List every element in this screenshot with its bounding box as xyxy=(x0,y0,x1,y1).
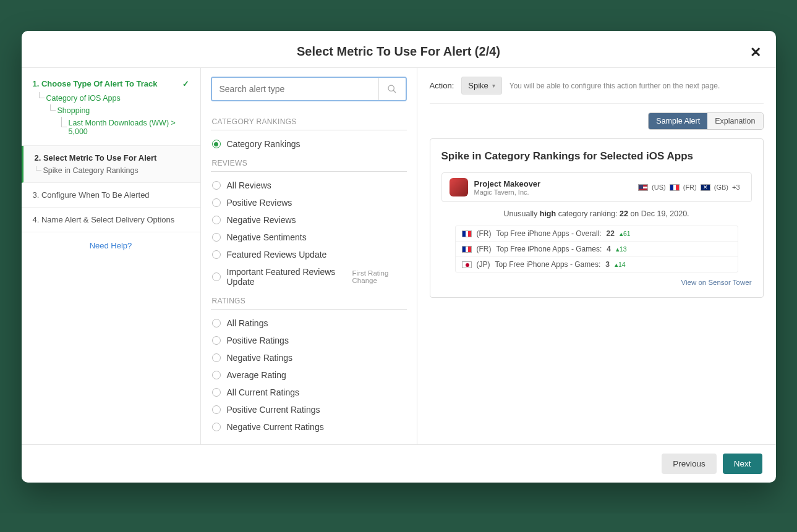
radio-icon xyxy=(212,140,221,148)
next-button[interactable]: Next xyxy=(723,454,762,474)
radio-icon xyxy=(212,250,221,259)
search-icon xyxy=(387,84,397,94)
metric-option[interactable]: All Ratings xyxy=(211,315,407,332)
country-code: (GB) xyxy=(714,184,728,191)
search-button[interactable] xyxy=(378,78,406,100)
step-2-subitem: Spike in Category Rankings xyxy=(35,166,189,175)
rank-list: (FR) Top Free iPhone Apps - Overall: 22 … xyxy=(455,226,738,272)
metric-label: Positive Ratings xyxy=(227,336,289,345)
radio-icon xyxy=(212,319,221,327)
step-1-title: 1. Choose Type Of Alert To Track xyxy=(33,79,158,88)
need-help-link[interactable]: Need Help? xyxy=(22,232,200,259)
metric-option[interactable]: Negative Ratings xyxy=(211,349,407,366)
previous-button[interactable]: Previous xyxy=(662,454,717,474)
preview-toggle: Sample Alert Explanation xyxy=(648,112,763,130)
radio-icon xyxy=(212,423,221,431)
close-icon[interactable]: ✕ xyxy=(750,44,761,61)
modal-title: Select Metric To Use For Alert (2/4) xyxy=(297,44,500,59)
sample-title: Spike in Category Rankings for Selected … xyxy=(441,150,752,163)
svg-line-1 xyxy=(393,90,396,93)
metric-label: Positive Current Ratings xyxy=(227,405,320,415)
unusual-summary: Unusually high category ranking: 22 on D… xyxy=(441,209,752,218)
step-1-tree: Category of iOS Apps Shopping Last Month… xyxy=(33,92,189,138)
metric-label: All Ratings xyxy=(227,318,268,328)
step-3[interactable]: 3. Configure When To Be Alerted xyxy=(22,183,200,208)
modal-header: Select Metric To Use For Alert (2/4) ✕ xyxy=(22,31,776,67)
flag-icon xyxy=(670,184,680,191)
radio-icon xyxy=(212,405,221,414)
preview-toggle-row: Sample Alert Explanation xyxy=(430,112,764,130)
flag-icon xyxy=(462,261,472,268)
tree-item[interactable]: Category of iOS Apps xyxy=(39,92,189,104)
metric-label: Important Featured Reviews Update xyxy=(227,267,344,287)
preview-panel: Action: Spike ▾ You will be able to conf… xyxy=(417,68,776,444)
rank-delta: ▴14 xyxy=(615,261,626,268)
sample-alert-card: Spike in Category Rankings for Selected … xyxy=(430,138,764,298)
country-code: (FR) xyxy=(683,184,697,191)
metric-label: Negative Ratings xyxy=(227,353,293,363)
metric-group-header: REVIEWS xyxy=(211,153,407,172)
action-select[interactable]: Spike ▾ xyxy=(461,77,502,95)
country-flags: (US)(FR)(GB)+3 xyxy=(638,184,743,191)
radio-icon xyxy=(212,371,221,379)
metric-option[interactable]: Category Rankings xyxy=(211,135,407,153)
alert-wizard-modal: Select Metric To Use For Alert (2/4) ✕ 1… xyxy=(22,31,776,483)
radio-icon xyxy=(212,198,221,207)
metric-label: Positive Reviews xyxy=(227,198,292,208)
radio-icon xyxy=(212,336,221,345)
metric-option[interactable]: Featured Reviews Update xyxy=(211,246,407,263)
sample-app-row: Project Makeover Magic Tavern, Inc. (US)… xyxy=(441,172,752,202)
rank-delta: ▴13 xyxy=(616,245,627,253)
tree-item[interactable]: Shopping xyxy=(50,104,189,117)
metric-option[interactable]: All Current Ratings xyxy=(211,384,407,401)
modal-footer: Previous Next xyxy=(22,444,776,483)
metric-option[interactable]: Important Featured Reviews UpdateFirst R… xyxy=(211,263,407,290)
radio-icon xyxy=(212,233,221,242)
metric-option[interactable]: Positive Reviews xyxy=(211,194,407,211)
metric-option[interactable]: Positive Current Ratings xyxy=(211,401,407,418)
step-2-title: 2. Select Metric To Use For Alert xyxy=(35,153,157,163)
metric-label: All Reviews xyxy=(227,180,271,190)
radio-icon xyxy=(212,388,221,397)
metric-option[interactable]: Positive Ratings xyxy=(211,332,407,349)
metric-sublabel: First Rating Change xyxy=(352,269,406,284)
step-3-title: 3. Configure When To Be Alerted xyxy=(33,190,150,200)
tree-item[interactable]: Last Month Downloads (WW) > 5,000 xyxy=(61,117,189,138)
step-4[interactable]: 4. Name Alert & Select Delivery Options xyxy=(22,208,200,232)
view-on-sensor-tower-link[interactable]: View on Sensor Tower xyxy=(441,279,752,286)
search-input[interactable] xyxy=(212,78,378,100)
metric-selector: CATEGORY RANKINGSCategory RankingsREVIEW… xyxy=(201,68,417,444)
flag-icon xyxy=(701,184,710,191)
metric-label: Featured Reviews Update xyxy=(227,250,327,260)
rank-item: (FR) Top Free iPhone Apps - Overall: 22 … xyxy=(456,226,738,242)
metric-option[interactable]: Average Rating xyxy=(211,366,407,384)
metric-option[interactable]: Negative Sentiments xyxy=(211,229,407,246)
check-icon: ✓ xyxy=(182,79,189,88)
metric-label: Average Rating xyxy=(227,370,286,380)
metric-option[interactable]: Negative Reviews xyxy=(211,211,407,229)
flag-icon xyxy=(462,246,472,253)
action-hint: You will be able to configure this actio… xyxy=(509,82,720,90)
metric-group-header: CATEGORY RANKINGS xyxy=(211,111,407,130)
radio-icon xyxy=(212,181,221,190)
action-value: Spike xyxy=(468,81,488,90)
step-1[interactable]: 1. Choose Type Of Alert To Track ✓ Categ… xyxy=(22,72,200,146)
action-row: Action: Spike ▾ You will be able to conf… xyxy=(430,77,764,104)
app-icon xyxy=(450,178,468,196)
tab-sample-alert[interactable]: Sample Alert xyxy=(649,113,707,129)
app-meta: Project Makeover Magic Tavern, Inc. xyxy=(474,179,541,196)
rank-delta: ▴61 xyxy=(620,230,631,237)
step-2[interactable]: 2. Select Metric To Use For Alert Spike … xyxy=(22,146,200,183)
radio-icon xyxy=(212,216,221,224)
rank-item: (JP) Top Free iPhone Apps - Games: 3 ▴14 xyxy=(456,257,738,272)
metric-option[interactable]: Negative Current Ratings xyxy=(211,418,407,436)
tab-explanation[interactable]: Explanation xyxy=(707,113,762,129)
metric-group-header: RATINGS xyxy=(211,290,407,310)
metric-label: All Current Ratings xyxy=(227,387,300,397)
metric-option[interactable]: All Reviews xyxy=(211,177,407,194)
country-code: (US) xyxy=(652,184,666,191)
metric-label: Negative Current Ratings xyxy=(227,422,324,432)
search-wrap xyxy=(211,77,407,101)
metric-label: Negative Reviews xyxy=(227,215,296,225)
wizard-sidebar: 1. Choose Type Of Alert To Track ✓ Categ… xyxy=(22,68,201,444)
